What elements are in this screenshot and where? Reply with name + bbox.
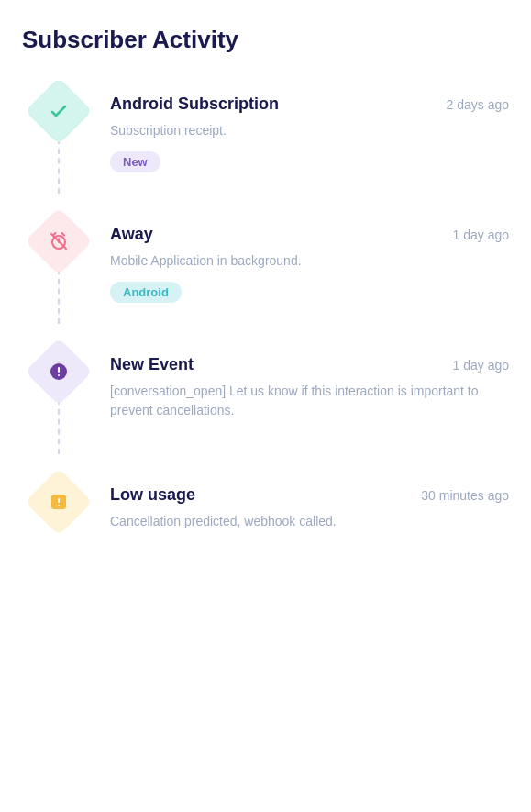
diamond-icon-new-event	[25, 338, 93, 406]
timeline-left	[22, 348, 95, 445]
svg-rect-10	[58, 505, 60, 506]
item-header: Low usage 30 minutes ago	[110, 485, 509, 505]
timeline-item: Android Subscription 2 days ago Subscrip…	[22, 87, 509, 184]
connector-line	[58, 399, 60, 454]
item-header: New Event 1 day ago	[110, 355, 509, 374]
timeline-item: Low usage 30 minutes ago Cancellation pr…	[22, 478, 509, 542]
connector-line	[58, 139, 60, 194]
svg-line-4	[62, 233, 65, 236]
item-title: Low usage	[110, 485, 195, 505]
svg-rect-9	[58, 498, 60, 503]
item-content-away: Away 1 day ago Mobile Application in bac…	[95, 217, 509, 303]
item-content-new-event: New Event 1 day ago [conversation_open] …	[95, 348, 509, 431]
item-content-android-subscription: Android Subscription 2 days ago Subscrip…	[95, 87, 509, 172]
svg-rect-6	[58, 367, 60, 373]
item-time: 30 minutes ago	[421, 488, 509, 503]
item-content-low-usage: Low usage 30 minutes ago Cancellation pr…	[95, 478, 509, 542]
timeline-left	[22, 217, 95, 315]
timeline-left	[22, 478, 95, 526]
diamond-icon-android-subscription	[25, 77, 93, 145]
item-header: Away 1 day ago	[110, 225, 509, 244]
badge-new: New	[110, 151, 160, 172]
page-title: Subscriber Activity	[22, 26, 509, 54]
timeline-left	[22, 87, 95, 184]
item-header: Android Subscription 2 days ago	[110, 95, 509, 114]
exclamation-icon	[48, 361, 70, 383]
alarm-off-icon	[48, 230, 70, 252]
item-time: 2 days ago	[447, 97, 510, 112]
item-title: Away	[110, 225, 153, 244]
warning-icon	[48, 491, 70, 513]
item-time: 1 day ago	[453, 228, 510, 242]
svg-line-3	[53, 233, 56, 236]
diamond-icon-away	[25, 207, 93, 275]
badge-android: Android	[110, 282, 182, 303]
diamond-icon-low-usage	[25, 468, 93, 536]
item-description: [conversation_open] Let us know if this …	[110, 382, 509, 420]
item-time: 1 day ago	[453, 358, 510, 373]
timeline-item: Away 1 day ago Mobile Application in bac…	[22, 217, 509, 315]
item-description: Subscription receipt.	[110, 121, 509, 140]
svg-rect-7	[58, 374, 60, 376]
timeline: Android Subscription 2 days ago Subscrip…	[22, 87, 509, 542]
item-description: Cancellation predicted, webhook called.	[110, 512, 509, 531]
check-icon	[48, 100, 70, 122]
item-title: Android Subscription	[110, 95, 279, 114]
item-description: Mobile Application in background.	[110, 251, 509, 271]
item-title: New Event	[110, 355, 194, 374]
connector-line	[58, 269, 60, 324]
timeline-item: New Event 1 day ago [conversation_open] …	[22, 348, 509, 445]
